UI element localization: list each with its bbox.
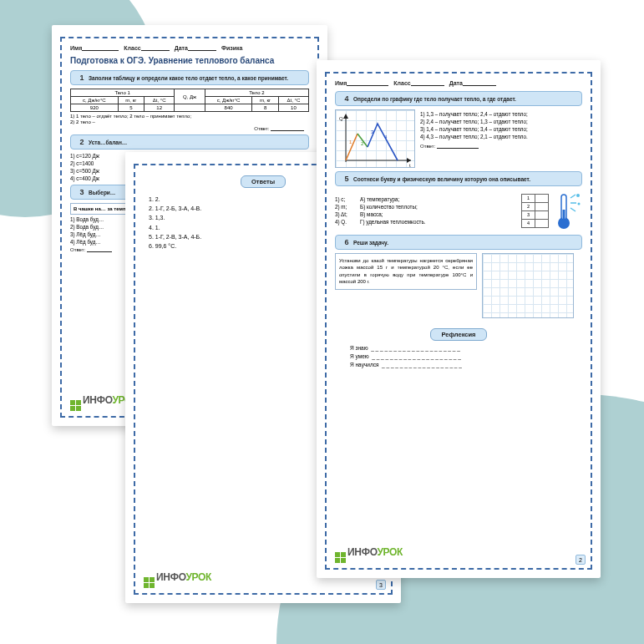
table-header: Тело 2 — [205, 89, 308, 97]
table-header: Q, Дж — [175, 89, 205, 104]
reflection-line: Я умею _ _ _ _ _ _ _ _ _ _ _ _ _ _ _ _ _… — [350, 353, 582, 359]
svg-text:1: 1 — [349, 139, 352, 145]
task-number: 6 — [340, 238, 353, 246]
col-head: c, Дж/кг°C — [205, 97, 252, 104]
label-date: Дата — [175, 45, 188, 51]
task-6-problem: Установи до какой температуры нагреется … — [335, 253, 477, 290]
task-1-table: Тело 1 Q, Дж Тело 2 c, Дж/кг°C m, кг Δt,… — [70, 89, 309, 112]
match-left: 2) m; — [335, 204, 357, 210]
answers-header: Ответы — [241, 175, 286, 188]
match-right: Г) удельная теплоемкость. — [360, 219, 425, 225]
task-5-header: 5 Соотнеси букву и физическую величину к… — [335, 171, 582, 186]
header-row: Имя Класс Дата — [335, 80, 582, 86]
grid-cell: 4 — [522, 219, 535, 227]
task-number: 3 — [75, 188, 89, 196]
match-right: А) температура; — [360, 196, 399, 202]
label-class: Класс — [124, 45, 140, 51]
col-head: Δt, °C — [145, 97, 175, 104]
task-text: Уста…балан… — [89, 138, 127, 146]
svg-marker-3 — [343, 114, 348, 119]
option: 2) 2,4 – получает тепло; 1,3 – отдают те… — [420, 119, 582, 124]
thermometer-icon — [554, 190, 582, 231]
match-right: Б) количество теплоты; — [360, 204, 418, 210]
option: 4) 4,3 – получает тепло; 2,1 – отдают те… — [420, 134, 582, 139]
task-number: 2 — [75, 138, 89, 146]
svg-point-14 — [578, 203, 581, 205]
infourok-logo: ИНФОУРОК — [144, 569, 211, 588]
task-1-header: 1 Заполни таблицу и определи какое тело … — [70, 70, 309, 85]
cell: 5 — [118, 104, 145, 112]
task-text: Заполни таблицу и определи какое тело от… — [89, 74, 288, 82]
task-number: 4 — [340, 94, 353, 103]
cell — [175, 104, 205, 112]
task-number: 5 — [340, 175, 353, 183]
chart-svg: Q t 1 2 3 4 — [336, 110, 416, 169]
label-name: Имя — [70, 45, 82, 51]
page-number: 2 — [576, 555, 586, 565]
match-left: 4) Q. — [335, 219, 357, 225]
task-2-header: 2 Уста…балан… — [70, 134, 309, 150]
svg-text:t: t — [409, 163, 411, 168]
qt-chart: Q t 1 2 3 4 — [335, 109, 415, 168]
task-text: Выбери… — [89, 188, 115, 196]
label-class: Класс — [393, 80, 410, 86]
match-right: В) масса; — [360, 211, 383, 217]
svg-text:4: 4 — [384, 134, 388, 139]
cell: 12 — [145, 104, 175, 112]
grid-cell: 2 — [522, 202, 535, 210]
label-date: Дата — [449, 80, 463, 86]
option: 1) 1,3 – получает тепло; 2,4 – отдают те… — [420, 111, 582, 117]
page-number: 3 — [376, 580, 386, 590]
match-left: 3) Δt; — [335, 211, 357, 217]
option: 3) 1,4 – получает тепло; 3,4 – отдают те… — [420, 126, 582, 132]
reflection-line: Я научился _ _ _ _ _ _ _ _ _ _ _ _ _ _ _… — [350, 362, 582, 368]
task-text: Соотнеси букву и физическую величину кот… — [353, 175, 530, 183]
task-text: Определи по графику где тело получает те… — [353, 94, 516, 103]
match-answer-grid: 1 2 3 4 — [521, 194, 549, 228]
reflection-line: Я знаю _ _ _ _ _ _ _ _ _ _ _ _ _ _ _ _ _… — [350, 345, 582, 351]
page-title: Подготовка к ОГЭ. Уравнение теплового ба… — [70, 56, 309, 65]
col-head: m, кг — [252, 97, 279, 104]
grid-cell: 1 — [522, 194, 535, 202]
cell: 8 — [252, 104, 279, 112]
label-subject: Физика — [221, 45, 242, 51]
match-left: 1) c; — [335, 196, 357, 202]
task1-sub: 2) 2 тело – — [70, 119, 309, 124]
task-number: 1 — [75, 74, 89, 82]
cell: 920 — [71, 104, 119, 112]
task-text: Реши задачу. — [353, 238, 388, 246]
grid-cell: 3 — [522, 210, 535, 219]
col-head: m, кг — [118, 97, 145, 104]
task-4-header: 4 Определи по графику где тело получает … — [335, 91, 582, 106]
svg-point-13 — [576, 194, 580, 197]
work-grid — [482, 253, 574, 318]
table-header: Тело 1 — [71, 89, 175, 97]
label-name: Имя — [335, 80, 347, 86]
cell: 840 — [205, 104, 252, 112]
answer-label: Ответ: — [420, 144, 435, 149]
col-head: c, Дж/кг°C — [71, 97, 119, 104]
svg-rect-12 — [563, 210, 565, 223]
col-head: Δt, °C — [278, 97, 308, 104]
infourok-logo: ИНФОУРОК — [335, 544, 403, 563]
svg-text:Q: Q — [339, 116, 343, 121]
task-6-header: 6 Реши задачу. — [335, 235, 582, 250]
header-row: Имя Класс Дата Физика — [70, 45, 309, 51]
task1-sub: 1) 1 тело – отдаёт тепло; 2 тело – прини… — [70, 114, 309, 119]
reflection-header: Рефлексия — [430, 328, 486, 341]
worksheet-page-2: Имя Класс Дата 4 Определи по графику где… — [317, 60, 601, 578]
cell: 10 — [278, 104, 308, 112]
answer-label: Ответ: — [70, 125, 309, 131]
